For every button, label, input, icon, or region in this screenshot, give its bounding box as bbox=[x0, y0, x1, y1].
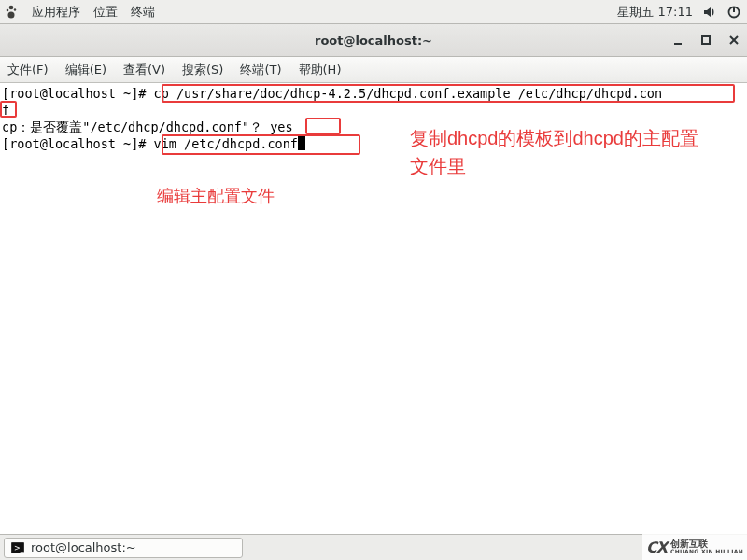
clock[interactable]: 星期五 17:11 bbox=[617, 4, 693, 21]
menu-edit[interactable]: 编辑(E) bbox=[65, 62, 106, 78]
terminal-line-2: f bbox=[2, 102, 743, 119]
watermark-en: CHUANG XIN HU LIAN bbox=[670, 549, 743, 554]
svg-point-1 bbox=[7, 8, 9, 11]
svg-rect-7 bbox=[702, 36, 710, 44]
menu-file[interactable]: 文件(F) bbox=[7, 62, 49, 78]
menubar: 文件(F) 编辑(E) 查看(V) 搜索(S) 终端(T) 帮助(H) bbox=[0, 57, 747, 83]
cursor bbox=[298, 136, 305, 150]
menu-terminal[interactable]: 终端 bbox=[131, 4, 155, 21]
menu-help[interactable]: 帮助(H) bbox=[299, 62, 342, 78]
volume-icon[interactable] bbox=[702, 5, 717, 20]
terminal-icon: >_ bbox=[10, 540, 25, 555]
window-titlebar[interactable]: root@localhost:~ bbox=[0, 24, 747, 57]
watermark: CX 创新互联 CHUANG XIN HU LIAN bbox=[642, 534, 747, 560]
window-title: root@localhost:~ bbox=[315, 34, 432, 48]
taskbar-item-title: root@localhost:~ bbox=[31, 540, 136, 554]
svg-point-2 bbox=[14, 8, 16, 10]
svg-text:>_: >_ bbox=[14, 544, 25, 553]
annotation-copy-template: 复制dhcpd的模板到dhcpd的主配置 文件里 bbox=[410, 124, 737, 180]
svg-point-3 bbox=[8, 11, 15, 18]
gnome-foot-icon bbox=[4, 5, 19, 20]
minimize-button[interactable] bbox=[670, 33, 685, 48]
watermark-logo: CX bbox=[646, 539, 667, 556]
menu-applications[interactable]: 应用程序 bbox=[32, 4, 80, 21]
close-button[interactable] bbox=[726, 33, 741, 48]
svg-point-0 bbox=[9, 5, 14, 9]
terminal-line-1: [root@localhost ~]# cp /usr/share/doc/dh… bbox=[2, 85, 743, 102]
taskbar-item-terminal[interactable]: >_ root@localhost:~ bbox=[4, 538, 243, 558]
maximize-button[interactable] bbox=[698, 33, 713, 48]
menu-search[interactable]: 搜索(S) bbox=[182, 62, 223, 78]
gnome-top-bar: 应用程序 位置 终端 星期五 17:11 bbox=[0, 0, 747, 24]
terminal-area[interactable]: [root@localhost ~]# cp /usr/share/doc/dh… bbox=[0, 83, 747, 534]
menu-places[interactable]: 位置 bbox=[93, 4, 118, 21]
menu-view[interactable]: 查看(V) bbox=[123, 62, 165, 78]
power-icon[interactable] bbox=[726, 5, 741, 20]
menu-terminal-2[interactable]: 终端(T) bbox=[240, 62, 281, 78]
annotation-edit-config: 编辑主配置文件 bbox=[157, 184, 275, 209]
bottom-taskbar: >_ root@localhost:~ bbox=[0, 534, 747, 560]
